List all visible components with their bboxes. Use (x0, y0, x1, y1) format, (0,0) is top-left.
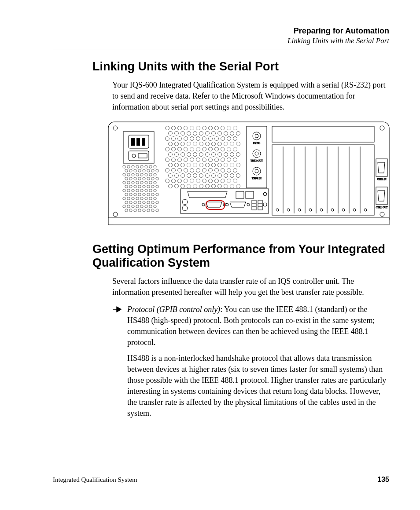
svg-point-206 (236, 163, 240, 167)
svg-point-122 (233, 126, 237, 130)
svg-rect-8 (131, 138, 135, 146)
svg-point-15 (123, 165, 125, 168)
svg-point-242 (233, 179, 237, 183)
svg-point-222 (187, 174, 191, 178)
svg-point-112 (172, 126, 176, 130)
svg-point-162 (184, 147, 188, 151)
page-footer: Integrated Qualification System 135 (53, 476, 389, 484)
svg-point-238 (209, 179, 213, 183)
document-page: Preparing for Automation Linking Units w… (0, 0, 420, 510)
svg-point-37 (149, 173, 152, 176)
svg-point-124 (175, 132, 179, 136)
svg-point-121 (227, 126, 231, 130)
svg-point-249 (206, 184, 210, 188)
svg-point-113 (178, 126, 182, 130)
svg-point-195 (169, 163, 173, 167)
svg-point-278 (342, 209, 345, 211)
svg-point-60 (147, 185, 150, 188)
svg-rect-295 (258, 200, 262, 210)
svg-point-205 (230, 163, 234, 167)
svg-point-3 (380, 126, 384, 130)
svg-point-129 (206, 132, 210, 136)
svg-point-161 (178, 147, 182, 151)
svg-point-48 (127, 181, 130, 184)
svg-point-143 (215, 137, 219, 141)
svg-point-128 (199, 132, 203, 136)
svg-point-65 (132, 189, 134, 192)
svg-point-108 (147, 209, 150, 212)
svg-point-168 (221, 147, 225, 151)
svg-point-17 (132, 165, 134, 168)
svg-point-36 (145, 173, 147, 176)
svg-point-199 (193, 163, 197, 167)
svg-point-98 (136, 205, 139, 208)
svg-point-102 (154, 205, 156, 208)
svg-point-273 (287, 209, 290, 211)
svg-point-82 (136, 197, 139, 200)
svg-rect-290 (236, 191, 244, 198)
svg-point-151 (193, 142, 197, 146)
svg-point-233 (178, 179, 182, 183)
svg-point-31 (123, 173, 125, 176)
svg-point-126 (187, 132, 191, 136)
svg-point-96 (127, 205, 130, 208)
svg-point-138 (184, 137, 188, 141)
bullet-arrow-icon (112, 304, 122, 418)
svg-point-288 (226, 203, 228, 206)
svg-point-169 (227, 147, 231, 151)
svg-rect-9 (136, 138, 140, 146)
svg-point-193 (227, 158, 231, 162)
svg-point-185 (178, 158, 182, 162)
label-ctrl-out: CTRL OUT (376, 206, 388, 209)
svg-point-114 (184, 126, 188, 130)
label-trig-out: TRIG OUT (251, 159, 263, 162)
svg-point-27 (143, 169, 145, 172)
svg-point-2 (113, 126, 118, 130)
svg-point-251 (218, 184, 222, 188)
svg-point-179 (218, 153, 222, 157)
svg-point-107 (143, 209, 145, 212)
svg-point-58 (138, 185, 141, 188)
svg-point-109 (151, 209, 154, 212)
svg-point-78 (156, 193, 158, 196)
svg-point-4 (113, 212, 118, 216)
svg-point-257 (255, 134, 258, 138)
svg-point-34 (136, 173, 139, 176)
svg-point-110 (156, 209, 158, 212)
svg-point-116 (196, 126, 200, 130)
svg-point-146 (233, 137, 237, 141)
body-block-1: Your IQS-600 Integrated Qualification Sy… (112, 80, 389, 112)
svg-point-279 (353, 209, 356, 211)
svg-point-85 (149, 197, 152, 200)
svg-point-174 (187, 153, 191, 157)
svg-point-46 (156, 177, 158, 180)
svg-point-239 (215, 179, 219, 183)
svg-rect-291 (246, 191, 254, 198)
svg-point-90 (138, 201, 141, 204)
svg-point-275 (309, 209, 312, 211)
svg-point-145 (227, 137, 231, 141)
svg-point-196 (175, 163, 179, 167)
svg-point-84 (145, 197, 147, 200)
svg-point-137 (178, 137, 182, 141)
svg-point-87 (125, 201, 128, 204)
svg-point-173 (181, 153, 185, 157)
svg-point-248 (199, 184, 203, 188)
svg-point-25 (134, 169, 136, 172)
svg-point-26 (138, 169, 141, 172)
svg-point-228 (224, 174, 228, 178)
svg-point-175 (193, 153, 197, 157)
svg-point-183 (166, 158, 169, 162)
svg-point-72 (129, 193, 132, 196)
svg-point-64 (127, 189, 130, 192)
svg-point-40 (129, 177, 132, 180)
svg-point-18 (136, 165, 139, 168)
svg-point-180 (224, 153, 228, 157)
svg-point-160 (172, 147, 176, 151)
svg-point-191 (215, 158, 219, 162)
svg-point-232 (172, 179, 176, 183)
svg-point-95 (123, 205, 125, 208)
svg-point-53 (149, 181, 152, 184)
svg-point-299 (263, 203, 267, 206)
svg-point-49 (132, 181, 134, 184)
